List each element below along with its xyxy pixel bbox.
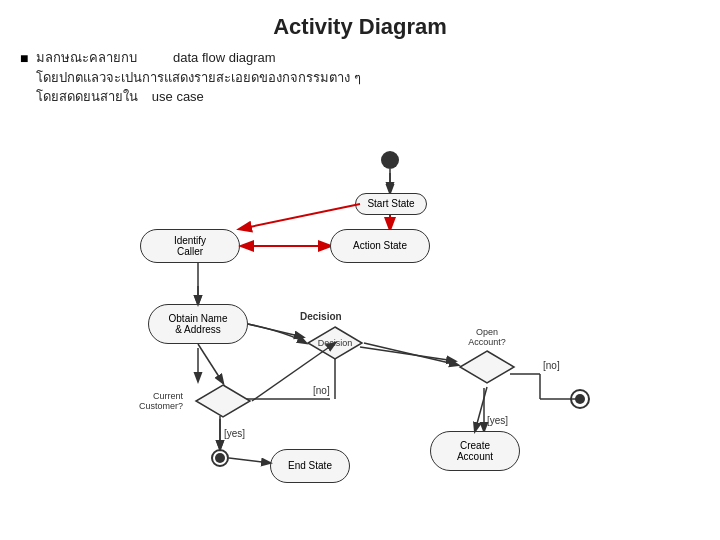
- action-state-box: Action State: [330, 229, 430, 263]
- end-state-box: End State: [270, 449, 350, 483]
- decision-diamond: Decision: [306, 325, 364, 361]
- decision-label-text: Decision: [300, 311, 342, 322]
- eng-text-2: use case: [152, 89, 204, 104]
- open-account-diamond-svg: [458, 349, 516, 385]
- svg-text:[no]: [no]: [543, 360, 560, 371]
- end-state-circle: [211, 449, 229, 467]
- open-account-label: Open Account?: [468, 327, 506, 347]
- obtain-name-box: Obtain Name & Address: [148, 304, 248, 344]
- current-customer-diamond: Current Customer?: [194, 383, 252, 419]
- create-account-box: Create Account: [430, 431, 520, 471]
- start-state-label: Start State: [355, 193, 427, 215]
- thai-text-3: โดยสดดยนสายใน: [36, 89, 138, 104]
- svg-line-5: [360, 347, 455, 361]
- svg-marker-22: [460, 351, 514, 383]
- eng-text-1: data flow diagram: [173, 50, 276, 65]
- svg-text:[no]: [no]: [313, 385, 330, 396]
- svg-text:[yes]: [yes]: [224, 428, 245, 439]
- current-customer-label: Current Customer?: [139, 391, 183, 411]
- open-account-diamond: Open Account?: [458, 349, 516, 385]
- start-state-circle: [381, 151, 399, 169]
- thai-text-2: โดยปกตแลวจะเปนการแสดงรายสะเอยดของกจกรรมต…: [36, 70, 361, 85]
- page-title: Activity Diagram: [0, 0, 720, 48]
- current-customer-diamond-svg: [194, 383, 252, 419]
- svg-line-4: [248, 324, 303, 337]
- diagram-area: [yes] [no] [no] [yes] Start State Identi…: [0, 111, 720, 501]
- thai-text-1: มลกษณะคลายกบ: [36, 50, 137, 65]
- svg-point-15: [575, 394, 585, 404]
- bullet-point: ■: [20, 50, 28, 66]
- svg-marker-23: [196, 385, 250, 417]
- identify-caller-box: Identify Caller: [140, 229, 240, 263]
- svg-text:[yes]: [yes]: [487, 415, 508, 426]
- diagram-svg: [yes] [no] [no] [yes]: [0, 111, 720, 501]
